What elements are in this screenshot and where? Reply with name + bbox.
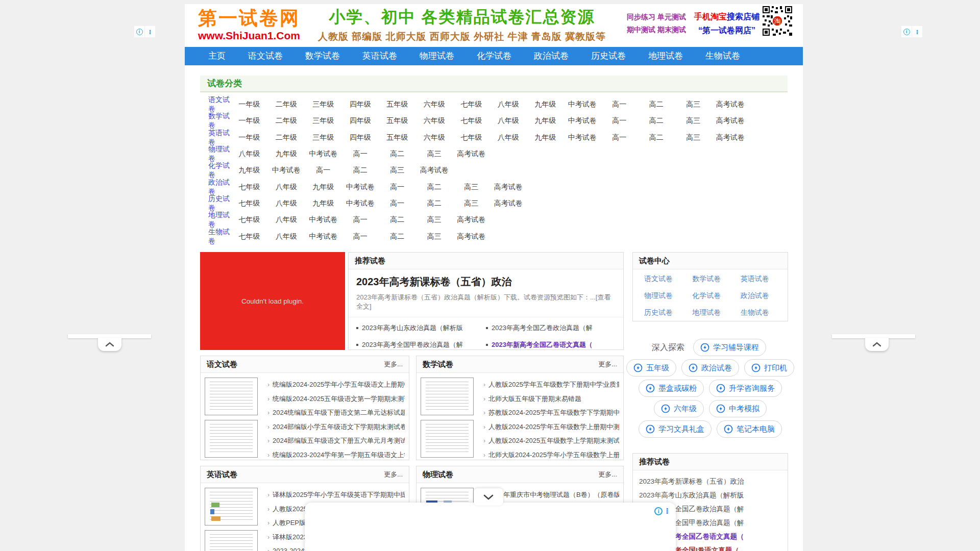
- category-grade-link[interactable]: 高考试卷: [712, 133, 749, 142]
- category-grade-link[interactable]: 七年级: [453, 100, 490, 109]
- category-grade-link[interactable]: 高二: [342, 166, 379, 175]
- paper-link[interactable]: ›北师大版五年级下册期末易错题: [483, 392, 619, 406]
- recommend-item[interactable]: 2023年高考山东政治真题（解析版: [639, 488, 781, 502]
- featured-link[interactable]: 2023年高考全国甲卷政治真题（解: [356, 340, 486, 349]
- category-grade-link[interactable]: 九年级: [527, 116, 564, 126]
- category-grade-link[interactable]: 九年级: [305, 183, 342, 192]
- nav-item-物理试卷[interactable]: 物理试卷: [413, 47, 460, 65]
- category-grade-link[interactable]: 高二: [379, 215, 416, 224]
- nav-item-语文试卷[interactable]: 语文试卷: [242, 47, 289, 65]
- more-link[interactable]: 更多...: [598, 356, 617, 372]
- category-grade-link[interactable]: 三年级: [305, 133, 342, 142]
- ad-chip[interactable]: 学习文具礼盒: [639, 420, 712, 438]
- category-label-link[interactable]: 化学试卷: [200, 161, 231, 180]
- paper-center-link[interactable]: 生物试卷: [734, 304, 782, 321]
- category-grade-link[interactable]: 七年级: [453, 116, 490, 126]
- nav-item-数学试卷[interactable]: 数学试卷: [299, 47, 346, 65]
- category-grade-link[interactable]: 二年级: [268, 116, 305, 126]
- category-grade-link[interactable]: 高考试卷: [490, 183, 527, 192]
- ad-chip[interactable]: 六年级: [654, 400, 704, 417]
- category-grade-link[interactable]: 高三: [675, 100, 712, 109]
- ad-chip[interactable]: 笔记本电脑: [717, 420, 782, 438]
- category-grade-link[interactable]: 五年级: [379, 116, 416, 126]
- paper-link[interactable]: ›2024统编版五年级下册语文第二单元达标试题: [267, 406, 405, 420]
- category-grade-link[interactable]: 一年级: [231, 100, 268, 109]
- category-grade-link[interactable]: 中考试卷: [268, 166, 305, 175]
- paper-center-link[interactable]: 地理试卷: [686, 304, 734, 321]
- paper-link[interactable]: ›北师大版2024-2025学年小学五年级数学上册期: [483, 448, 619, 462]
- category-grade-link[interactable]: 四年级: [342, 116, 379, 126]
- paper-thumbnail[interactable]: [421, 420, 474, 458]
- paper-link[interactable]: ›译林版2025学年小学五年级英语下学期期中提高: [267, 488, 405, 502]
- category-grade-link[interactable]: 高一: [601, 133, 638, 142]
- category-grade-link[interactable]: 九年级: [527, 133, 564, 142]
- category-grade-link[interactable]: 七年级: [231, 183, 268, 192]
- category-grade-link[interactable]: 高三: [416, 232, 453, 241]
- category-grade-link[interactable]: 高考试卷: [490, 199, 527, 208]
- category-grade-link[interactable]: 中考试卷: [564, 133, 601, 142]
- paper-link[interactable]: ›统编版2024-2025五年级语文第一学期期末测试: [267, 392, 405, 406]
- category-label-link[interactable]: 物理试卷: [200, 145, 231, 163]
- paper-center-link[interactable]: 物理试卷: [638, 287, 686, 304]
- category-grade-link[interactable]: 高一: [601, 100, 638, 109]
- anchor-ad-panel[interactable]: i ⁝: [305, 503, 676, 551]
- category-grade-link[interactable]: 六年级: [416, 133, 453, 142]
- category-grade-link[interactable]: 八年级: [231, 149, 268, 159]
- category-grade-link[interactable]: 一年级: [231, 133, 268, 142]
- ad-chip[interactable]: 政治试卷: [681, 359, 739, 377]
- category-grade-link[interactable]: 九年级: [305, 199, 342, 208]
- category-grade-link[interactable]: 高一: [342, 149, 379, 159]
- category-grade-link[interactable]: 五年级: [379, 133, 416, 142]
- category-label-link[interactable]: 历史试卷: [200, 194, 231, 213]
- category-grade-link[interactable]: 高二: [416, 183, 453, 192]
- paper-center-link[interactable]: 数学试卷: [686, 270, 734, 287]
- category-grade-link[interactable]: 高三: [453, 199, 490, 208]
- category-grade-link[interactable]: 八年级: [268, 232, 305, 241]
- category-grade-link[interactable]: 八年级: [268, 199, 305, 208]
- category-grade-link[interactable]: 高一: [379, 199, 416, 208]
- paper-center-link[interactable]: 历史试卷: [638, 304, 686, 321]
- category-label-link[interactable]: 数学试卷: [200, 112, 231, 130]
- paper-link[interactable]: ›2024部编版小学五年级语文下学期期末测试卷: [267, 420, 405, 434]
- category-grade-link[interactable]: 七年级: [453, 133, 490, 142]
- category-grade-link[interactable]: 中考试卷: [342, 199, 379, 208]
- category-grade-link[interactable]: 高三: [416, 149, 453, 159]
- recommend-item[interactable]: 2023年高考新课标卷（五省）政治: [639, 474, 781, 488]
- category-grade-link[interactable]: 一年级: [231, 116, 268, 126]
- category-grade-link[interactable]: 八年级: [490, 133, 527, 142]
- ad-chip[interactable]: 中考模拟: [709, 400, 767, 417]
- category-grade-link[interactable]: 高三: [675, 133, 712, 142]
- ad-chip[interactable]: 升学咨询服务: [709, 380, 782, 397]
- category-grade-link[interactable]: 三年级: [305, 116, 342, 126]
- more-link[interactable]: 更多...: [384, 356, 403, 372]
- paper-link[interactable]: ›人教版2025学年五年级数学下册期中学业质量测: [483, 378, 619, 392]
- category-label-link[interactable]: 语文试卷: [200, 95, 231, 114]
- paper-thumbnail[interactable]: [205, 530, 258, 551]
- paper-link[interactable]: ›统编版2023-2024学年第一学期五年级语文上学: [267, 448, 405, 462]
- ad-chip[interactable]: 墨盒或碳粉: [639, 380, 704, 397]
- category-grade-link[interactable]: 八年级: [490, 100, 527, 109]
- nav-item-历史试卷[interactable]: 历史试卷: [585, 47, 632, 65]
- category-grade-link[interactable]: 高二: [379, 149, 416, 159]
- side-rail-expand-button-right[interactable]: [865, 338, 889, 351]
- ad-collapse-button[interactable]: [474, 488, 503, 506]
- category-grade-link[interactable]: 高一: [379, 183, 416, 192]
- site-logo[interactable]: 第一试卷网 www.ShiJuan1.Com: [190, 6, 308, 42]
- category-grade-link[interactable]: 高二: [379, 232, 416, 241]
- category-grade-link[interactable]: 中考试卷: [305, 232, 342, 241]
- nav-item-英语试卷[interactable]: 英语试卷: [356, 47, 403, 65]
- nav-item-地理试卷[interactable]: 地理试卷: [642, 47, 689, 65]
- category-grade-link[interactable]: 高三: [453, 183, 490, 192]
- featured-link[interactable]: 2023年高考全国乙卷政治真题（解: [486, 323, 616, 333]
- category-grade-link[interactable]: 高考试卷: [453, 215, 490, 224]
- ad-menu-button[interactable]: ⁝: [912, 26, 922, 37]
- vertical-dots-icon[interactable]: ⁝: [666, 507, 669, 516]
- ad-info-button[interactable]: i: [134, 26, 144, 37]
- category-label-link[interactable]: 英语试卷: [200, 129, 231, 147]
- category-grade-link[interactable]: 九年级: [268, 149, 305, 159]
- category-grade-link[interactable]: 七年级: [231, 232, 268, 241]
- category-grade-link[interactable]: 高一: [601, 116, 638, 126]
- category-grade-link[interactable]: 高二: [638, 116, 675, 126]
- featured-link[interactable]: 2023年新高考全国乙卷语文真题（: [486, 340, 616, 349]
- category-grade-link[interactable]: 中考试卷: [305, 149, 342, 159]
